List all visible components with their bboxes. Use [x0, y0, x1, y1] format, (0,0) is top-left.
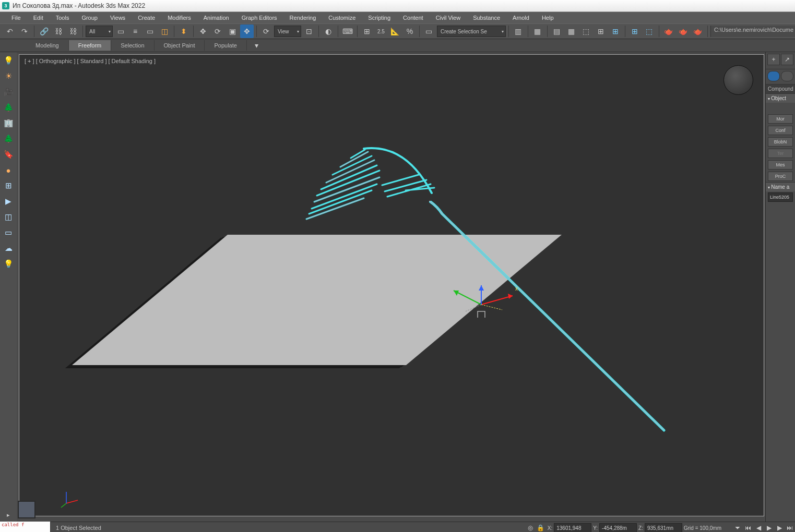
- play-icon[interactable]: ▶: [2, 195, 15, 208]
- procutter-button[interactable]: ProC: [768, 172, 793, 181]
- ref-coord-toggle-button[interactable]: ⟳: [259, 25, 273, 38]
- link-button[interactable]: 🔗: [37, 25, 51, 38]
- select-manipulate-button[interactable]: ⬍: [177, 25, 191, 38]
- cloud-icon[interactable]: ☁: [2, 242, 15, 255]
- spinner-snap-button[interactable]: %: [403, 25, 417, 38]
- menu-substance[interactable]: Substance: [467, 13, 506, 22]
- angle-snap-button[interactable]: 2.5: [375, 25, 387, 38]
- next-frame-icon[interactable]: ▶: [774, 523, 785, 532]
- menu-create[interactable]: Create: [132, 13, 161, 22]
- menu-content[interactable]: Content: [397, 13, 430, 22]
- time-tag-icon[interactable]: ⏷: [732, 523, 743, 532]
- named-selection-dropdown[interactable]: Create Selection Se: [437, 26, 506, 37]
- render-setup-button[interactable]: ⊞: [628, 25, 642, 38]
- menu-graph-editors[interactable]: Graph Editors: [235, 13, 283, 22]
- align-button[interactable]: ▦: [531, 25, 544, 38]
- rendered-frame-button[interactable]: ⬚: [643, 25, 656, 38]
- maxscript-listener[interactable]: called f: [0, 522, 51, 532]
- ref-coord-dropdown[interactable]: View: [274, 26, 301, 37]
- select-region-button[interactable]: ▭: [143, 25, 157, 38]
- category-dropdown[interactable]: Compound: [766, 84, 795, 93]
- selection-filter-dropdown[interactable]: All: [86, 26, 113, 37]
- snap-toggle-button[interactable]: ⊞: [360, 25, 374, 38]
- blobmesh-button[interactable]: BlobN: [768, 137, 793, 147]
- select-move-button[interactable]: ✥: [196, 25, 210, 38]
- shapes-category-icon[interactable]: [781, 71, 793, 81]
- goto-end-icon[interactable]: ⏭: [785, 523, 795, 532]
- expand-corner-button[interactable]: ▸: [7, 512, 10, 518]
- rect-icon[interactable]: ▭: [2, 226, 15, 239]
- geometry-category-icon[interactable]: [767, 71, 780, 81]
- tab-selection[interactable]: Selection: [111, 40, 154, 51]
- menu-file[interactable]: File: [5, 13, 27, 22]
- material-editor-button[interactable]: ⊞: [609, 25, 622, 38]
- menu-group[interactable]: Group: [75, 13, 104, 22]
- mesher-button[interactable]: Mes: [768, 160, 793, 170]
- menu-edit[interactable]: Edit: [27, 13, 50, 22]
- unlink-button[interactable]: ⛓: [52, 25, 65, 38]
- menu-views[interactable]: Views: [104, 13, 132, 22]
- play-anim-icon[interactable]: ▶: [764, 523, 774, 532]
- light-omni-icon[interactable]: 💡: [2, 54, 15, 67]
- object-type-rollout[interactable]: Object: [766, 93, 795, 103]
- camera-icon[interactable]: 🎥: [2, 86, 15, 98]
- tab-freeform[interactable]: Freeform: [69, 40, 112, 51]
- menu-civil-view[interactable]: Civil View: [430, 13, 467, 22]
- ribbon-overflow-button[interactable]: ▾: [250, 39, 264, 52]
- viewport-label[interactable]: [ + ] [ Orthographic ] [ Standard ] [ De…: [25, 58, 156, 64]
- building-icon[interactable]: 🏢: [2, 117, 15, 129]
- redo-button[interactable]: ↷: [18, 25, 31, 38]
- manipulate-button[interactable]: ◐: [322, 25, 335, 38]
- percent-snap-button[interactable]: 📐: [388, 25, 402, 38]
- pivot-center-button[interactable]: ⊡: [302, 25, 316, 38]
- dot-icon[interactable]: ●: [2, 164, 15, 176]
- menu-scripting[interactable]: Scripting: [362, 13, 397, 22]
- x-coord-field[interactable]: 13601,948: [554, 523, 591, 532]
- tree2-icon[interactable]: 🌲: [2, 132, 15, 145]
- mirror-button[interactable]: ▥: [512, 25, 525, 38]
- goto-start-icon[interactable]: ⏮: [743, 523, 753, 532]
- render-production-button[interactable]: 🫖: [662, 25, 675, 38]
- prev-frame-icon[interactable]: ◀: [753, 523, 764, 532]
- curve-editor-button[interactable]: ⬚: [579, 25, 593, 38]
- selection-lock-icon[interactable]: 🔒: [536, 523, 546, 532]
- select-scale-button[interactable]: ▣: [226, 25, 239, 38]
- select-by-name-button[interactable]: ≡: [128, 25, 142, 38]
- scene-spline-line[interactable]: [429, 201, 669, 441]
- menu-customize[interactable]: Customize: [322, 13, 362, 22]
- z-coord-field[interactable]: 935,631mn: [645, 523, 682, 532]
- menu-modifiers[interactable]: Modifiers: [161, 13, 197, 22]
- render-active-shade-button[interactable]: 🫖: [691, 25, 705, 38]
- bulb2-icon[interactable]: 💡: [2, 258, 15, 270]
- y-coord-field[interactable]: -454,288m: [599, 523, 637, 532]
- name-color-rollout[interactable]: Name a: [766, 182, 795, 191]
- grid-icon[interactable]: ⊞: [2, 179, 15, 192]
- viewport-layout-thumb[interactable]: [18, 501, 35, 518]
- isolate-toggle-icon[interactable]: ◎: [525, 523, 536, 532]
- terrain-button[interactable]: Ter: [768, 149, 793, 158]
- crop-icon[interactable]: ◫: [2, 211, 15, 223]
- schematic-view-button[interactable]: ⊞: [594, 25, 608, 38]
- keyboard-shortcut-override-button[interactable]: ⌨: [341, 25, 354, 38]
- transform-gizmo[interactable]: x: [447, 281, 520, 318]
- render-iterative-button[interactable]: 🫖: [677, 25, 690, 38]
- menu-help[interactable]: Help: [536, 13, 560, 22]
- view-cube[interactable]: [723, 65, 753, 95]
- menu-arnold[interactable]: Arnold: [506, 13, 536, 22]
- modify-panel-tab[interactable]: ↗: [781, 54, 793, 65]
- menu-rendering[interactable]: Rendering: [283, 13, 323, 22]
- conform-button[interactable]: Conf: [768, 126, 793, 135]
- bookmark-icon[interactable]: 🔖: [2, 148, 15, 161]
- layer-explorer-button[interactable]: ▤: [550, 25, 564, 38]
- tab-object-paint[interactable]: Object Paint: [155, 40, 205, 51]
- edit-named-selection-button[interactable]: ▭: [422, 25, 436, 38]
- menu-animation[interactable]: Animation: [197, 13, 235, 22]
- undo-button[interactable]: ↶: [3, 25, 17, 38]
- select-rotate-button[interactable]: ⟳: [211, 25, 224, 38]
- light-sun-icon[interactable]: ☀: [2, 70, 15, 82]
- bind-space-warp-button[interactable]: ⛓: [66, 25, 80, 38]
- menu-tools[interactable]: Tools: [50, 13, 76, 22]
- create-panel-tab[interactable]: +: [767, 54, 780, 65]
- tab-populate[interactable]: Populate: [205, 40, 246, 51]
- window-crossing-button[interactable]: ◫: [158, 25, 171, 38]
